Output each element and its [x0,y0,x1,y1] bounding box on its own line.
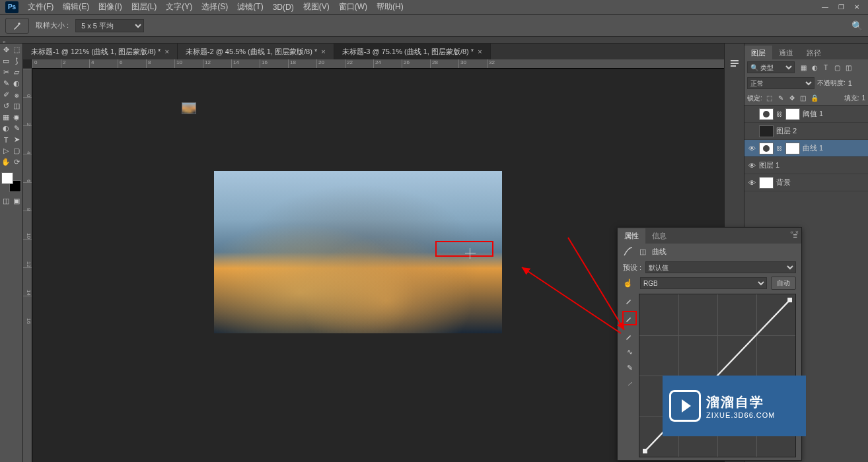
menu-window[interactable]: 窗口(W) [339,1,367,13]
blend-mode-select[interactable]: 正常 [747,77,814,89]
window-minimize-button[interactable]: — [819,3,831,12]
filter-shape-icon[interactable]: ▢ [832,63,842,72]
menu-image[interactable]: 图像(I) [98,1,122,13]
tab-channels[interactable]: 通道 [772,46,800,61]
opacity-value[interactable]: 1 [848,79,852,87]
filter-pixel-icon[interactable]: ▦ [799,63,808,72]
window-restore-button[interactable]: ❐ [835,3,847,12]
menu-help[interactable]: 帮助(H) [377,1,404,13]
layer-row[interactable]: 图层 2 [744,123,868,140]
filter-adjust-icon[interactable]: ◐ [810,63,819,72]
eyedropper-tool-icon[interactable]: ✎ [1,79,11,88]
options-collapse-strip[interactable]: « [0,37,868,44]
current-tool-icon[interactable] [5,18,29,34]
curve-edit-mode-icon[interactable]: ∿ [624,346,635,357]
direct-select-icon[interactable]: ▷ [1,146,11,156]
rotate-tool-icon[interactable]: ⟳ [12,157,22,167]
close-tab-icon[interactable]: × [164,48,168,55]
rect-marquee-icon[interactable]: ▭ [1,56,11,66]
history-brush-icon[interactable]: ↺ [1,101,11,111]
lock-artboard-icon[interactable]: ◫ [799,94,808,103]
eraser-tool-icon[interactable]: ◫ [12,101,22,111]
gray-point-eyedropper-icon[interactable] [624,313,635,323]
visibility-toggle-icon[interactable]: 👁 [747,162,756,170]
channel-select[interactable]: RGB [640,277,767,289]
shape-tool-icon[interactable]: ▢ [12,146,22,156]
crop-tool-icon[interactable]: ✂ [1,67,11,77]
sample-size-select[interactable]: 5 x 5 平均 [75,19,144,32]
smooth-curve-icon[interactable]: ⟋ [624,378,635,389]
layer-thumbnail[interactable] [759,143,774,154]
menu-select[interactable]: 选择(S) [201,1,228,13]
menu-edit[interactable]: 编辑(E) [63,1,89,13]
targeted-adjust-icon[interactable]: ☝ [623,279,636,288]
marquee-tool-icon[interactable]: ⬚ [12,45,22,55]
clone-tool-icon[interactable]: ⎈ [12,90,22,100]
white-point-eyedropper-icon[interactable] [624,331,635,341]
lock-pixels-icon[interactable]: ⬚ [765,94,774,103]
layer-row[interactable]: 👁背景 [744,174,868,191]
link-mask-icon[interactable]: ⛓ [776,145,783,152]
lasso-tool-icon[interactable]: ⟆ [12,56,22,66]
lock-move-icon[interactable]: ✥ [787,94,797,103]
hand-tool-icon[interactable]: ✋ [1,157,11,167]
close-tab-icon[interactable]: × [321,48,325,55]
slice-tool-icon[interactable]: ▱ [12,67,22,77]
layer-thumbnail[interactable] [759,125,774,137]
tab-layers[interactable]: 图层 [744,46,772,61]
screenmode-icon[interactable]: ▣ [12,196,22,206]
preset-select[interactable]: 默认值 [645,261,796,273]
lock-position-icon[interactable]: ✎ [776,94,785,103]
ruler-vertical[interactable]: 0246810121416 [23,69,32,462]
lock-all-icon[interactable]: 🔒 [810,94,819,103]
layer-row[interactable]: ⛓阈值 1 [744,106,868,123]
tab-paths[interactable]: 路径 [800,46,828,61]
auto-button[interactable]: 自动 [771,277,796,290]
document-tab-3[interactable]: 未标题-3 @ 75.1% (曲线 1, 图层蒙版/8) * × [334,44,491,59]
foreground-color[interactable] [1,172,13,184]
search-icon[interactable]: 🔍 [851,20,863,31]
visibility-toggle-icon[interactable]: 👁 [747,145,756,152]
panel-collapse-icon[interactable]: « × [790,229,799,236]
menu-filter[interactable]: 滤镜(T) [237,1,263,13]
pen-tool-icon[interactable]: ✎ [12,123,22,133]
black-point-eyedropper-icon[interactable] [624,295,635,306]
window-close-button[interactable]: ✕ [851,3,863,12]
layer-row[interactable]: 👁图层 1 [744,157,868,174]
menu-layer[interactable]: 图层(L) [131,1,157,13]
filter-type-icon[interactable]: T [821,63,830,72]
history-panel-icon[interactable] [728,57,741,70]
layer-filter-kind[interactable]: 🔍 类型 [747,61,795,73]
document-tab-2[interactable]: 未标题-2 @ 45.5% (曲线 1, 图层蒙版/8) * × [178,44,334,59]
close-tab-icon[interactable]: × [478,48,482,55]
tab-properties[interactable]: 属性 [618,228,645,244]
filter-smart-icon[interactable]: ◫ [844,63,853,72]
menu-view[interactable]: 视图(V) [303,1,330,13]
layer-mask-thumbnail[interactable] [785,143,800,154]
layer-thumbnail[interactable] [759,108,774,120]
menu-3d[interactable]: 3D(D) [273,3,294,12]
type-tool-icon[interactable]: T [1,135,11,145]
gradient-tool-icon[interactable]: ▦ [1,112,11,122]
move-tool-icon[interactable]: ✥ [1,45,11,55]
path-select-icon[interactable]: ➤ [12,135,22,145]
layer-thumbnail[interactable] [759,177,774,189]
dodge-tool-icon[interactable]: ◐ [1,123,11,133]
menu-file[interactable]: 文件(F) [28,1,54,13]
link-mask-icon[interactable]: ⛓ [776,111,783,117]
ruler-tick: 12 [203,59,231,69]
menu-type[interactable]: 文字(Y) [166,1,192,13]
quickmask-icon[interactable]: ◫ [1,196,11,206]
tab-info[interactable]: 信息 [645,228,673,244]
blur-tool-icon[interactable]: ◉ [12,112,22,122]
visibility-toggle-icon[interactable]: 👁 [747,179,756,187]
pencil-mode-icon[interactable]: ✎ [624,362,635,373]
healing-tool-icon[interactable]: ◐ [12,79,22,88]
layer-mask-thumbnail[interactable] [785,108,800,120]
color-swatches[interactable] [1,172,21,192]
fill-value[interactable]: 1 [861,94,865,102]
ruler-horizontal[interactable]: 02468101214161820222426283032 [32,59,724,69]
document-tab-1[interactable]: 未标题-1 @ 121% (曲线 1, 图层蒙版/8) * × [23,44,178,59]
brush-tool-icon[interactable]: ✐ [1,90,11,100]
layer-row[interactable]: 👁⛓曲线 1 [744,140,868,157]
